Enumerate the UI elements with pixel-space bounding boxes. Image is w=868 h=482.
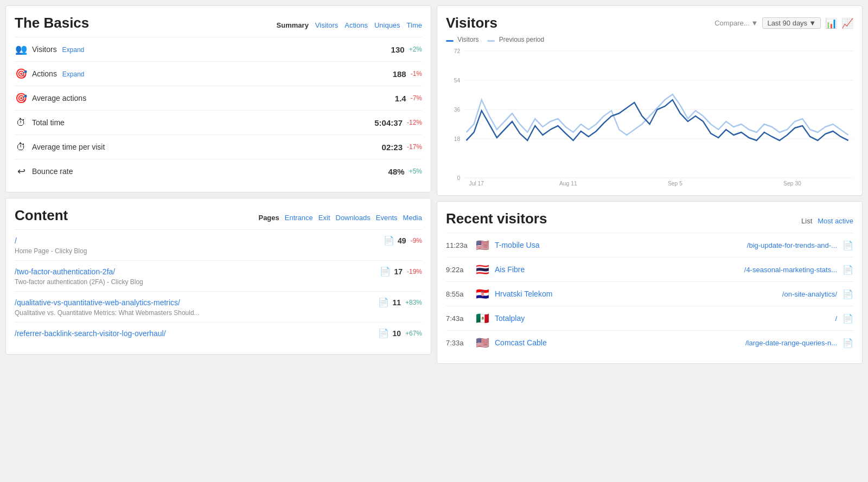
visitor-page-2[interactable]: /on-site-analytics/ — [782, 290, 837, 298]
tab-time[interactable]: Time — [407, 21, 422, 29]
visitors-expand[interactable]: Expand — [62, 46, 85, 54]
content-row-2: /qualitative-vs-quantitative-web-analyti… — [15, 291, 422, 322]
content-count-2: 11 — [392, 298, 401, 307]
visitors-icon: 👥 — [15, 43, 28, 56]
visitor-flag-3: 🇲🇽 — [476, 312, 489, 325]
tab-uniques[interactable]: Uniques — [374, 21, 400, 29]
content-subtitle-0: Home Page - Clicky Blog — [15, 247, 422, 255]
basics-row-bounce: ↩ Bounce rate 48% +5% — [15, 159, 422, 183]
actions-icon: 🎯 — [15, 67, 28, 80]
right-column: Visitors Compare... ▼ Last 90 days ▼ 📊 📈 — [437, 5, 863, 364]
content-link-1[interactable]: /two-factor-authentication-2fa/ — [15, 267, 380, 276]
basics-value-total-time: 5:04:37 — [374, 118, 403, 127]
svg-text:72: 72 — [454, 48, 461, 54]
period-chevron-icon: ▼ — [809, 19, 816, 27]
basics-label-avg-actions: Average actions — [32, 94, 395, 102]
basics-panel: The Basics Summary Visitors Actions Uniq… — [5, 5, 431, 192]
tab-exit[interactable]: Exit — [318, 214, 330, 222]
period-button[interactable]: Last 90 days ▼ — [762, 17, 821, 29]
visitor-time-1: 9:22a — [446, 266, 470, 274]
avg-actions-icon: 🎯 — [15, 92, 28, 105]
visitor-time-4: 7:33a — [446, 339, 470, 347]
visitor-page-1[interactable]: /4-seasonal-marketing-stats... — [744, 266, 837, 274]
content-row-0: / 📄 49 -9% Home Page - Clicky Blog — [15, 229, 422, 260]
content-panel: Content Pages Entrance Exit Downloads Ev… — [5, 198, 431, 355]
basics-value-avg-actions: 1.4 — [395, 94, 406, 103]
content-subtitle-2: Qualitative vs. Quantitative Metrics: Wh… — [15, 309, 422, 317]
tab-actions[interactable]: Actions — [344, 21, 368, 29]
recent-visitors-title: Recent visitors — [446, 210, 547, 227]
page-icon-2: 📄 — [378, 297, 389, 307]
legend-previous-item: Previous period — [487, 36, 544, 43]
recent-visitors-header: Recent visitors List Most active — [446, 210, 853, 227]
recent-tabs: List Most active — [801, 217, 853, 225]
basics-value-actions: 188 — [393, 69, 406, 79]
visitor-flag-1: 🇹🇭 — [476, 263, 489, 276]
basics-label-actions: Actions Expand — [32, 69, 393, 78]
compare-chevron-icon: ▼ — [751, 19, 758, 27]
visitor-time-0: 11:23a — [446, 241, 470, 249]
chart-svg: 72 54 36 18 0 Jul 17 — [446, 46, 853, 187]
visitor-isp-1[interactable]: Ais Fibre — [495, 265, 739, 274]
svg-text:36: 36 — [454, 106, 461, 113]
visitors-chart-title: Visitors — [446, 15, 497, 31]
visitor-isp-2[interactable]: Hrvatski Telekom — [495, 290, 777, 298]
content-change-1: -19% — [407, 268, 422, 275]
basics-value-avg-time: 02:23 — [382, 143, 403, 152]
visitor-row-4: 7:33a 🇺🇸 Comcast Cable /large-date-range… — [446, 330, 853, 355]
page-icon-3: 📄 — [378, 328, 389, 338]
basics-change-total-time: -12% — [407, 119, 422, 126]
visitor-page-3[interactable]: / — [835, 314, 837, 323]
visitor-isp-4[interactable]: Comcast Cable — [495, 338, 740, 347]
bounce-icon: ↩ — [15, 165, 28, 178]
visitor-page-0[interactable]: /big-update-for-trends-and-... — [747, 241, 837, 249]
chart-legend: Visitors Previous period — [446, 36, 853, 43]
content-link-3[interactable]: /referrer-backlink-search-visitor-log-ov… — [15, 329, 378, 338]
basics-change-bounce: +5% — [409, 168, 422, 175]
svg-text:Aug 11: Aug 11 — [559, 180, 577, 187]
content-link-2[interactable]: /qualitative-vs-quantitative-web-analyti… — [15, 298, 378, 307]
visitor-isp-3[interactable]: Totalplay — [495, 314, 829, 323]
visitors-chart-header: Visitors Compare... ▼ Last 90 days ▼ 📊 📈 — [446, 15, 853, 31]
tab-pages[interactable]: Pages — [258, 214, 279, 222]
recent-visitors-panel: Recent visitors List Most active 11:23a … — [437, 201, 863, 364]
content-header: Content Pages Entrance Exit Downloads Ev… — [15, 207, 422, 224]
basics-value-bounce: 48% — [388, 167, 405, 176]
legend-visitors-dot — [446, 40, 454, 42]
basics-row-total-time: ⏱ Total time 5:04:37 -12% — [15, 110, 422, 134]
actions-expand[interactable]: Expand — [62, 70, 85, 78]
basics-value-visitors: 130 — [391, 45, 405, 54]
tab-most-active[interactable]: Most active — [818, 217, 853, 225]
tab-entrance[interactable]: Entrance — [285, 214, 313, 222]
visitors-controls: Compare... ▼ Last 90 days ▼ 📊 📈 — [714, 17, 853, 29]
visitor-page-4[interactable]: /large-date-range-queries-n... — [745, 339, 837, 347]
visitor-action-icon-3: 📄 — [843, 313, 853, 324]
visitor-flag-2: 🇭🇷 — [476, 287, 489, 300]
tab-summary[interactable]: Summary — [277, 21, 309, 29]
basics-label-total-time: Total time — [32, 118, 374, 127]
content-link-0[interactable]: / — [15, 236, 384, 245]
visitor-action-icon-2: 📄 — [843, 289, 853, 299]
basics-change-visitors: +2% — [409, 46, 422, 53]
content-title: Content — [15, 207, 68, 224]
tab-downloads[interactable]: Downloads — [336, 214, 371, 222]
compare-button[interactable]: Compare... ▼ — [714, 19, 758, 27]
tab-visitors[interactable]: Visitors — [315, 21, 338, 29]
basics-label-avg-time: Average time per visit — [32, 143, 382, 151]
content-change-0: -9% — [411, 237, 422, 245]
basics-change-avg-actions: -7% — [411, 94, 422, 102]
svg-text:54: 54 — [454, 77, 461, 83]
svg-text:Jul 17: Jul 17 — [469, 180, 484, 187]
svg-text:0: 0 — [457, 175, 461, 181]
tab-events[interactable]: Events — [376, 214, 398, 222]
tab-list[interactable]: List — [801, 217, 812, 225]
visitor-isp-0[interactable]: T-mobile Usa — [495, 241, 742, 249]
bar-chart-icon[interactable]: 📈 — [841, 17, 853, 29]
basics-change-avg-time: -17% — [407, 143, 422, 151]
visitor-action-icon-4: 📄 — [843, 338, 853, 348]
tab-media[interactable]: Media — [403, 214, 422, 222]
visitor-time-2: 8:55a — [446, 290, 470, 298]
export-icon[interactable]: 📊 — [825, 17, 837, 29]
avg-time-icon: ⏱ — [15, 140, 28, 153]
basics-row-actions: 🎯 Actions Expand 188 -1% — [15, 61, 422, 86]
